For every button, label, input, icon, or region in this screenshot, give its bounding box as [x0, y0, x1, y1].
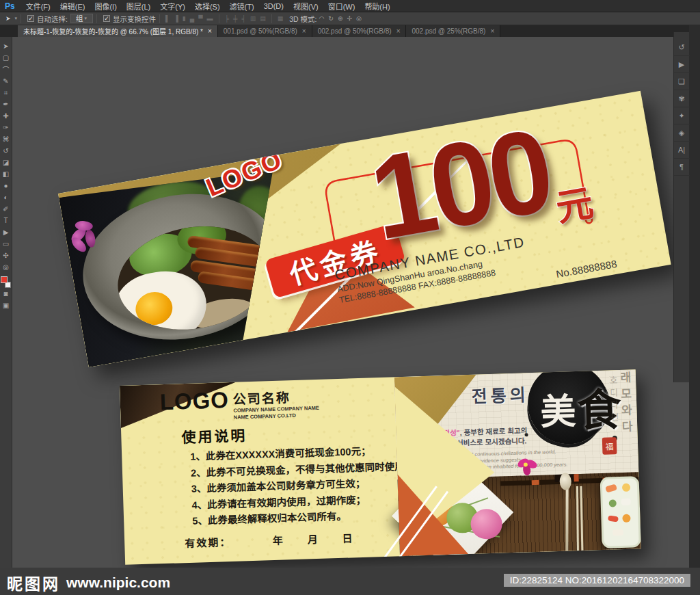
watermark-bar: 昵图网 www.nipic.com ID:22825124 NO:2016120… — [0, 568, 700, 595]
tool-blur-icon[interactable]: ● — [0, 180, 12, 191]
tab-001-psd[interactable]: 001.psd @ 50%(RGB/8) × — [218, 25, 312, 37]
distribute-center-icon[interactable]: ╪ — [231, 15, 239, 22]
red-seal-stamp: 福 — [602, 437, 617, 455]
separator — [219, 14, 219, 23]
actions-panel-icon[interactable]: ▶ — [674, 56, 690, 73]
tab-002-psd-50[interactable]: 002.psd @ 50%(RGB/8) × — [312, 25, 407, 37]
tool-lasso-icon[interactable]: ⌒ — [0, 64, 12, 75]
show-transform-label: 显示变换控件 — [113, 14, 156, 24]
tool-hand-icon[interactable]: ✣ — [0, 250, 12, 261]
tab-label: 未标题-1-恢复的-恢复的-恢复的 @ 66.7% (图层 1, RGB/8) … — [23, 26, 203, 36]
image-id-badge: ID:22825124 NO:20161202164708322000 — [504, 574, 690, 587]
menu-file[interactable]: 文件(F) — [21, 1, 55, 12]
3d-scale-icon[interactable]: ◎ — [354, 15, 364, 22]
tool-dodge-icon[interactable]: ◐ — [0, 191, 12, 203]
screen-mode-icon[interactable]: ▣ — [0, 300, 12, 311]
tab-002-psd-25[interactable]: 002.psd @ 25%(RGB/8) × — [406, 25, 500, 37]
sushi-piece — [608, 515, 619, 522]
spoon-rest-cap — [574, 474, 578, 481]
calligraphy-char-mei: 美 — [539, 382, 576, 435]
red-decorative-line — [58, 91, 671, 367]
color-swatches[interactable] — [1, 276, 11, 288]
auto-select-checkbox[interactable]: ✓ — [27, 15, 34, 22]
distribute-top-icon[interactable]: ▥ — [248, 15, 258, 22]
watermark: 昵图网 www.nipic.com — [7, 571, 170, 594]
menu-window[interactable]: 窗口(W) — [323, 1, 360, 12]
tool-history-brush-icon[interactable]: ↺ — [0, 145, 12, 157]
tab-label: 002.psd @ 50%(RGB/8) — [318, 27, 392, 35]
tool-healing-brush-icon[interactable]: ✚ — [0, 110, 12, 122]
tool-presets-panel-icon[interactable]: ✦ — [674, 107, 690, 124]
close-icon[interactable]: × — [490, 27, 494, 35]
history-panel-icon[interactable]: ↺ — [674, 39, 690, 56]
3d-mode-label: 3D 模式: — [289, 14, 317, 24]
3d-pan-icon[interactable]: ⊕ — [336, 15, 345, 22]
align-center-v-icon[interactable]: ▀ — [196, 15, 204, 22]
tool-zoom-icon[interactable]: ◎ — [0, 261, 12, 273]
tool-eraser-icon[interactable]: ◪ — [0, 157, 12, 168]
tool-eyedropper-icon[interactable]: ✒ — [0, 98, 12, 110]
menu-filter[interactable]: 滤镜(T) — [225, 1, 259, 12]
close-icon[interactable]: × — [396, 27, 401, 35]
menu-edit[interactable]: 编辑(E) — [55, 1, 90, 12]
3d-slide-icon[interactable]: ✢ — [345, 15, 354, 22]
brush-presets-panel-icon[interactable]: ✾ — [674, 90, 690, 107]
paragraph-panel-icon[interactable]: ¶ — [674, 159, 690, 176]
sushi-piece — [605, 484, 617, 492]
menu-3d[interactable]: 3D(D) — [259, 2, 288, 10]
tool-shape-icon[interactable]: ▭ — [0, 238, 12, 250]
tool-path-select-icon[interactable]: ▶ — [0, 226, 12, 238]
tool-type-icon[interactable]: T — [0, 215, 12, 226]
tool-crop-icon[interactable]: ⌗ — [0, 87, 12, 98]
show-transform-checkbox[interactable]: ✓ — [103, 15, 110, 22]
tab-untitled-1[interactable]: 未标题-1-恢复的-恢复的-恢复的 @ 66.7% (图层 1, RGB/8) … — [18, 25, 218, 37]
align-center-h-icon[interactable]: ▐ — [172, 15, 180, 22]
menu-select[interactable]: 选择(S) — [190, 1, 225, 12]
auto-align-icon[interactable]: ▦ — [275, 15, 286, 22]
align-left-icon[interactable]: ▌ — [163, 15, 172, 22]
distribute-middle-icon[interactable]: ▤ — [258, 15, 268, 22]
tool-preset-caret-icon[interactable]: ▾ — [15, 16, 18, 21]
menu-image[interactable]: 图像(I) — [90, 1, 121, 12]
tool-clone-stamp-icon[interactable]: ⌘ — [0, 133, 12, 145]
tool-pen-icon[interactable]: ✐ — [0, 203, 12, 215]
distribute-right-icon[interactable]: ╡ — [239, 15, 247, 22]
character-panel-icon[interactable]: A| — [674, 142, 690, 159]
close-icon[interactable]: × — [208, 27, 212, 35]
back-company-cn: 公司名称 — [232, 386, 319, 408]
clone-source-panel-icon[interactable]: ❏ — [674, 73, 690, 90]
tool-marquee-icon[interactable]: ▢ — [0, 52, 12, 64]
tool-gradient-icon[interactable]: ◧ — [0, 168, 12, 180]
quick-mask-icon[interactable]: ◙ — [0, 288, 12, 300]
menu-layer[interactable]: 图层(L) — [122, 1, 155, 12]
3d-panel-icon[interactable]: ◈ — [674, 124, 690, 142]
instructions-list: 1、此券在XXXXXX消费可抵现金100元； 2、此券不可兑换现金，不得与其他优… — [190, 442, 416, 530]
tool-quick-select-icon[interactable]: ✎ — [0, 75, 12, 87]
align-top-icon[interactable]: ▄ — [188, 15, 196, 22]
distribute-left-icon[interactable]: ╞ — [223, 15, 231, 22]
3d-orbit-icon[interactable]: ◠ — [317, 15, 327, 22]
align-bottom-icon[interactable]: ▬ — [205, 15, 215, 22]
sushi-plate — [600, 476, 641, 548]
chevron-down-icon: ▾ — [84, 16, 87, 21]
menu-help[interactable]: 帮助(H) — [360, 1, 394, 12]
tab-label: 002.psd @ 25%(RGB/8) — [412, 27, 485, 35]
tool-move-icon[interactable]: ➤ — [0, 40, 12, 52]
3d-roll-icon[interactable]: ↻ — [326, 15, 336, 22]
align-right-icon[interactable]: ▮ — [180, 15, 188, 22]
menu-type[interactable]: 文字(Y) — [155, 1, 190, 12]
foreground-color-swatch[interactable] — [1, 276, 8, 283]
menu-bar: Ps 文件(F) 编辑(E) 图像(I) 图层(L) 文字(Y) 选择(S) 滤… — [0, 0, 700, 12]
korean-title: 전통의 — [471, 381, 529, 408]
sushi-piece — [612, 529, 623, 536]
sushi-piece — [609, 499, 617, 507]
voucher-back: LOGO 公司名称 COMPANY NAME COMPANY NAME NAME… — [120, 369, 641, 565]
document-tab-bar: 未标题-1-恢复的-恢复的-恢复的 @ 66.7% (图层 1, RGB/8) … — [0, 25, 700, 37]
auto-select-dropdown[interactable]: 组 ▾ — [70, 14, 93, 23]
close-icon[interactable]: × — [302, 27, 306, 35]
mat-rail-cap — [532, 480, 539, 485]
menu-view[interactable]: 视图(V) — [288, 1, 323, 12]
tab-label: 001.psd @ 50%(RGB/8) — [224, 27, 297, 35]
document-canvas[interactable]: LOGO 代金券 100 元 COMPANY NAME CO.,LTD ADD:… — [12, 37, 673, 568]
tool-brush-icon[interactable]: ✑ — [0, 122, 12, 133]
